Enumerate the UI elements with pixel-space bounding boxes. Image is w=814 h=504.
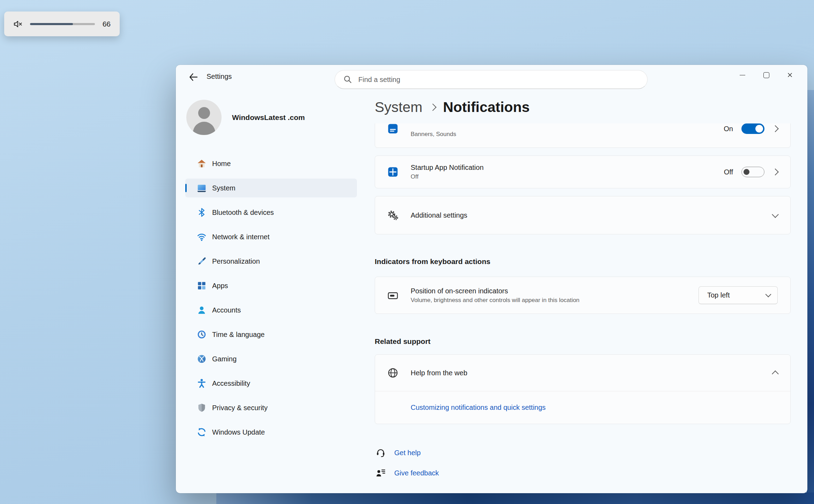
sidebar-item-label: Accessibility — [212, 379, 250, 388]
back-arrow-icon — [188, 72, 199, 82]
sidebar-item-label: Personalization — [212, 257, 260, 265]
maximize-icon — [763, 72, 769, 78]
position-dropdown[interactable]: Top left — [699, 286, 778, 304]
position-subtitle: Volume, brightness and other controls wi… — [411, 297, 580, 304]
settings-window: Settings WindowsLatest .com — [176, 65, 807, 493]
help-from-web-card: Help from the web Customizing notificati… — [375, 354, 791, 424]
get-help-icon — [375, 447, 387, 459]
additional-settings-title: Additional settings — [411, 211, 467, 219]
help-from-web-header[interactable]: Help from the web — [375, 355, 790, 391]
caption-buttons — [731, 65, 802, 85]
osd-position-icon — [387, 289, 399, 301]
volume-muted-icon[interactable] — [13, 19, 23, 29]
sidebar-item-label: Accounts — [212, 306, 241, 314]
sidebar-item-label: Privacy & security — [212, 404, 268, 412]
notifications-toggle-label: On — [724, 125, 733, 133]
search-input[interactable] — [358, 75, 639, 84]
startup-app-icon — [387, 166, 399, 178]
maximize-button[interactable] — [754, 65, 778, 85]
sidebar-item-apps[interactable]: Apps — [185, 276, 357, 295]
accessibility-icon — [196, 378, 207, 389]
sidebar-item-label: Network & internet — [212, 233, 270, 241]
breadcrumb-system[interactable]: System — [375, 99, 423, 115]
avatar — [186, 100, 222, 135]
notifications-icon — [387, 123, 399, 135]
sidebar-item-home[interactable]: Home — [185, 154, 357, 173]
search-box[interactable] — [335, 70, 648, 89]
sidebar-item-gaming[interactable]: Gaming — [185, 349, 357, 368]
wallpaper-bloom-right — [807, 90, 814, 492]
gears-icon — [387, 209, 399, 221]
sidebar-item-accounts[interactable]: Accounts — [185, 301, 357, 319]
person-icon — [196, 305, 207, 315]
notifications-subtitle: Banners, Sounds — [411, 131, 456, 138]
wifi-icon — [196, 232, 207, 242]
position-title: Position of on-screen indicators — [411, 287, 580, 295]
sidebar-item-personalization[interactable]: Personalization — [185, 252, 357, 271]
breadcrumb: System Notifications — [375, 99, 530, 115]
position-dropdown-value: Top left — [707, 291, 730, 299]
volume-osd: 66 — [4, 12, 120, 36]
app-title: Settings — [207, 65, 232, 88]
sidebar-item-label: Bluetooth & devices — [212, 209, 274, 217]
startup-toggle[interactable] — [741, 167, 764, 177]
close-button[interactable] — [778, 65, 802, 85]
wallpaper-bloom-bottom — [216, 492, 814, 504]
customizing-notifications-link[interactable]: Customizing notifications and quick sett… — [411, 404, 546, 412]
startup-toggle-label: Off — [724, 168, 733, 176]
startup-subtitle: Off — [411, 173, 484, 180]
sidebar-item-windows-update[interactable]: Windows Update — [185, 423, 357, 442]
give-feedback-link[interactable]: Give feedback — [394, 469, 439, 477]
sidebar-item-label: Apps — [212, 282, 228, 290]
clock-icon — [196, 329, 207, 340]
get-help-link[interactable]: Get help — [394, 449, 421, 457]
sidebar-item-privacy-security[interactable]: Privacy & security — [185, 398, 357, 417]
additional-settings-card[interactable]: Additional settings — [375, 196, 791, 234]
expand-chevron-icon — [772, 125, 779, 132]
settings-content: Banners, Sounds On — [375, 123, 791, 493]
home-icon — [196, 158, 207, 169]
shield-icon — [196, 403, 207, 413]
sidebar-item-bluetooth-devices[interactable]: Bluetooth & devices — [185, 203, 357, 222]
system-icon — [196, 183, 207, 193]
sidebar-item-label: Windows Update — [212, 428, 265, 436]
chevron-down-icon — [772, 211, 779, 218]
update-icon — [196, 427, 207, 437]
startup-title: Startup App Notification — [411, 164, 484, 172]
give-feedback-icon — [375, 467, 387, 479]
volume-slider[interactable] — [30, 23, 95, 25]
section-heading-support: Related support — [375, 337, 791, 346]
notifications-master-card[interactable]: Banners, Sounds On — [375, 123, 791, 148]
user-profile[interactable]: WindowsLatest .com — [186, 100, 305, 135]
search-icon — [343, 75, 352, 84]
sidebar-item-system[interactable]: System — [185, 179, 357, 197]
minimize-icon — [740, 75, 745, 75]
sidebar-item-time-language[interactable]: Time & language — [185, 325, 357, 344]
sidebar-item-label: System — [212, 184, 236, 192]
sidebar-item-label: Gaming — [212, 355, 237, 363]
bluetooth-icon — [196, 207, 207, 218]
sidebar-item-label: Home — [212, 160, 231, 168]
position-indicators-card: Position of on-screen indicators Volume,… — [375, 277, 791, 314]
startup-app-notification-card[interactable]: Startup App Notification Off Off — [375, 156, 791, 188]
xbox-icon — [196, 354, 207, 364]
clipped-title-space — [411, 123, 456, 129]
desktop: 66 Settings — [0, 0, 814, 504]
sidebar-item-label: Time & language — [212, 331, 264, 339]
notifications-toggle[interactable] — [741, 123, 764, 134]
apps-icon — [196, 280, 207, 291]
help-from-web-title: Help from the web — [411, 369, 467, 377]
volume-slider-fill — [30, 23, 73, 25]
section-heading-indicators: Indicators from keyboard actions — [375, 257, 791, 266]
chevron-up-icon — [772, 370, 779, 377]
volume-value: 66 — [103, 20, 111, 28]
paintbrush-icon — [196, 256, 207, 266]
minimize-button[interactable] — [731, 65, 754, 85]
close-icon — [787, 72, 793, 78]
sidebar-item-network-internet[interactable]: Network & internet — [185, 227, 357, 246]
expand-chevron-icon — [772, 168, 779, 175]
back-button[interactable] — [186, 70, 201, 84]
sidebar-item-accessibility[interactable]: Accessibility — [185, 374, 357, 393]
page-title: Notifications — [443, 99, 530, 115]
globe-icon — [387, 367, 399, 379]
